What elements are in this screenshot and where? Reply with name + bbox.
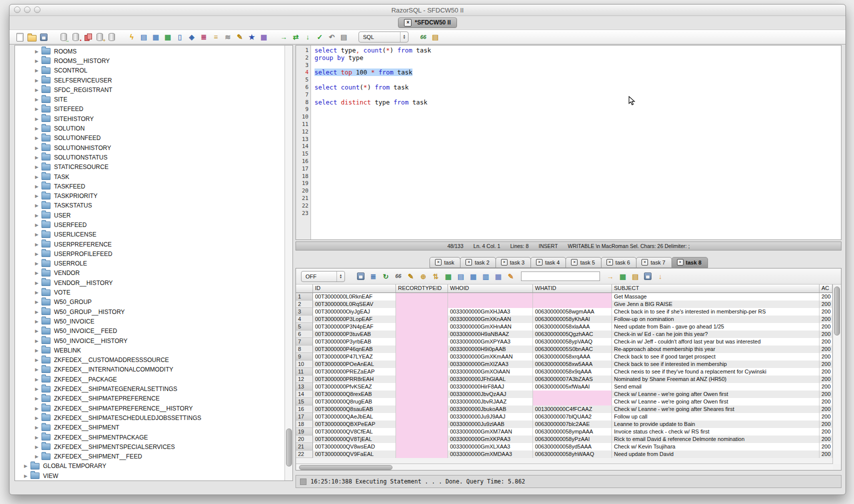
expand-triangle-icon[interactable]: ▶ — [34, 454, 40, 459]
cell-subject[interactable]: Check w/ Leanne - we're going after Owen… — [612, 398, 820, 406]
expand-triangle-icon[interactable]: ▶ — [34, 97, 40, 102]
cell-subject[interactable]: Re-approach about membership this year — [612, 346, 820, 353]
zoom-window-button[interactable] — [34, 6, 40, 13]
tab-close-icon[interactable]: × — [571, 259, 578, 266]
sql-editor[interactable]: 1234567891011121314151617181920212223 se… — [296, 45, 842, 240]
cell-what[interactable] — [533, 300, 612, 308]
cell-subject[interactable]: Follow up call — [612, 413, 820, 420]
expand-triangle-icon[interactable]: ▶ — [34, 386, 40, 392]
cell-what[interactable]: 006300000058yPzAAI — [533, 436, 612, 443]
result-tab-task-3[interactable]: ×task 3 — [496, 257, 531, 268]
cell-subject[interactable]: Give Jenn a BIG RAISE — [612, 300, 820, 308]
table-pane-icon[interactable]: ▦ — [468, 271, 478, 282]
column-header-whoid[interactable]: WHOID — [448, 284, 533, 293]
expand-triangle-icon[interactable]: ▶ — [34, 396, 40, 401]
cell-what[interactable]: 006300000058yhWAAQ — [533, 450, 612, 458]
cell-id[interactable]: 00T3000000P46qnEAB — [313, 346, 396, 353]
stepper-icon[interactable]: ▲▼ — [400, 32, 408, 42]
find-next-icon[interactable]: → — [605, 271, 616, 282]
cell-what[interactable]: 00630000007blQUAA2 — [533, 413, 612, 420]
expand-triangle-icon[interactable]: ▶ — [34, 164, 40, 170]
cell-id[interactable]: 00T3000000QV8CfEAL — [313, 428, 396, 436]
cell-ac[interactable]: 200 — [820, 413, 832, 420]
code-line[interactable] — [314, 166, 841, 173]
table-row[interactable]: 300T3000000OiyJgEAJ0033000000GmXHJAA3006… — [296, 308, 833, 316]
tree-item-scontrol[interactable]: ▶SCONTROL — [15, 66, 285, 76]
cell-rt[interactable] — [396, 436, 448, 443]
tree-item-taskfeed[interactable]: ▶TASKFEED — [15, 182, 285, 191]
table-row[interactable]: 800T3000000P46qnEAB0033000000H9i0pAAB006… — [296, 346, 833, 353]
import-data-icon[interactable]: ▦ — [162, 32, 173, 42]
cell-id[interactable]: 00T3000000QBXPeEAP — [313, 420, 396, 428]
row-number[interactable]: 5 — [296, 323, 313, 330]
cell-rt[interactable] — [396, 406, 448, 413]
cell-ac[interactable]: 200 — [820, 436, 832, 443]
row-number[interactable]: 16 — [296, 406, 313, 413]
tree-item-w50-invoice-history[interactable]: ▶W50_INVOICE__HISTORY — [15, 336, 285, 346]
cell-ac[interactable]: 200 — [820, 428, 832, 436]
cell-id[interactable]: 00T3000000P3N4pEAF — [313, 323, 396, 330]
cell-id[interactable]: 00T3000000P3LopEAF — [313, 316, 396, 323]
expand-triangle-icon[interactable]: ▶ — [34, 310, 40, 314]
table-row[interactable]: 1600T3000000Q8sauEAB0033000000JbukoAAB00… — [296, 406, 833, 413]
cell-id[interactable]: 00T3000000OiyJgEAJ — [313, 308, 396, 316]
expand-triangle-icon[interactable]: ▶ — [34, 232, 40, 237]
cell-subject[interactable]: Leanne to provide update to Bain — [612, 420, 820, 428]
row-number[interactable]: 18 — [296, 420, 313, 428]
cell-rt[interactable] — [396, 323, 448, 330]
sidebar-scrollbar[interactable] — [284, 46, 292, 480]
column-header-subject[interactable]: SUBJECT — [612, 284, 820, 293]
cell-subject[interactable]: Follow-up on nomination — [612, 316, 820, 323]
tree-item-user[interactable]: ▶USER — [15, 210, 285, 220]
code-line[interactable] — [314, 114, 841, 121]
tab-close-icon[interactable]: × — [677, 259, 684, 266]
tree-item-sitehistory[interactable]: ▶SITEHISTORY — [15, 114, 285, 124]
copy-cell-icon[interactable]: ▥ — [480, 271, 491, 282]
cell-id[interactable]: 00T3000000L0RknEAF — [313, 293, 396, 300]
code-line[interactable] — [314, 62, 841, 70]
cell-rt[interactable] — [396, 308, 448, 316]
cell-rt[interactable] — [396, 428, 448, 436]
sort-rows-icon[interactable]: ⇅ — [430, 271, 441, 282]
cell-what[interactable]: 006300000058xlaAAA — [533, 323, 612, 330]
code-line[interactable] — [314, 180, 841, 188]
cell-ac[interactable]: 200 — [820, 346, 832, 353]
cell-what[interactable]: 006300000058xw5AAA — [533, 360, 612, 368]
commit-icon[interactable]: ✓ — [314, 32, 325, 42]
code-line[interactable] — [314, 143, 841, 150]
cell-who[interactable]: 0033000000JbukoAAB — [448, 406, 533, 413]
column-header-whatid[interactable]: WHATID — [533, 284, 612, 293]
save-table-icon[interactable] — [642, 271, 653, 282]
expand-triangle-icon[interactable]: ▶ — [34, 435, 40, 440]
expand-triangle-icon[interactable]: ▶ — [34, 416, 40, 420]
cell-subject[interactable]: Check nexis to see if they've found a re… — [612, 368, 820, 376]
tree-item-rooms-history[interactable]: ▶ROOMS__HISTORY — [15, 56, 285, 66]
cell-ac[interactable]: 200 — [820, 420, 832, 428]
cell-what[interactable]: 006300000058yd5AAA — [533, 443, 612, 450]
cell-subject[interactable]: Check back to see if interested in membe… — [612, 360, 820, 368]
table-row[interactable]: 600T3000000P3tuvEAB0033000000H9aNBAAZ006… — [296, 330, 833, 338]
cell-subject[interactable]: Need update from Bain - gave go ahead 1/… — [612, 323, 820, 330]
fetch-more-icon[interactable]: ↓ — [655, 271, 666, 282]
tree-item-zkfedex-shipmatepreference-history[interactable]: ▶ZKFEDEX__SHIPMATEPREFERENCE__HISTORY — [15, 404, 285, 413]
code-line[interactable] — [314, 106, 841, 114]
expand-triangle-icon[interactable]: ▶ — [34, 252, 40, 256]
cell-id[interactable]: 00T3000000P3yrbEAB — [313, 338, 396, 346]
edit-list-icon[interactable]: ▤ — [430, 32, 440, 42]
cell-rt[interactable] — [396, 346, 448, 353]
tree-item-weblink[interactable]: ▶WEBLINK — [15, 346, 285, 355]
table-row[interactable]: 100T3000000L0RknEAFGet Massage200 — [296, 293, 833, 300]
row-number[interactable]: 9 — [296, 353, 313, 360]
reload-table-icon[interactable]: ▦ — [443, 271, 454, 282]
cell-what[interactable]: 006300000058xrqAAA — [533, 353, 612, 360]
table-row[interactable]: 700T3000000P3yrbEAB0033000000GmXPYAA3006… — [296, 338, 833, 346]
tree-item-zkfedex-shipmatepreference[interactable]: ▶ZKFEDEX__SHIPMATEPREFERENCE — [15, 394, 285, 404]
row-number[interactable]: 3 — [296, 308, 313, 316]
cell-rt[interactable] — [396, 420, 448, 428]
align-sql-icon[interactable]: ≋ — [222, 32, 233, 42]
edit-table-icon[interactable]: ▯ — [174, 32, 185, 42]
cell-rt[interactable] — [396, 390, 448, 398]
tree-item-solutionfeed[interactable]: ▶SOLUTIONFEED — [15, 134, 285, 143]
highlight-pen-icon[interactable]: ✎ — [506, 271, 516, 282]
cell-rt[interactable] — [396, 338, 448, 346]
